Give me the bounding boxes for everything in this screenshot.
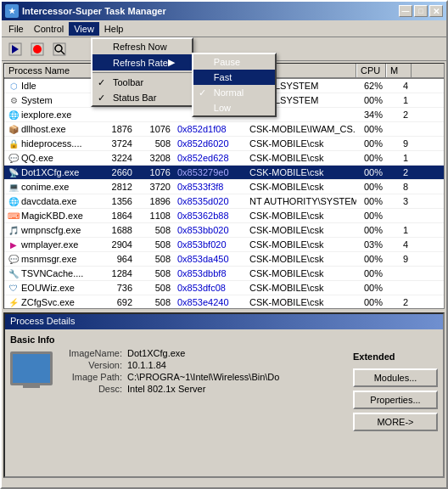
find-icon	[53, 42, 66, 56]
process-name: wmpnscfg.exe	[21, 225, 81, 235]
menu-help[interactable]: Help	[99, 22, 129, 36]
cell-mem: 508	[136, 253, 174, 265]
menu-file[interactable]: File	[3, 22, 29, 36]
basic-info-section: Basic Info ImageName:Dot1XCfg.exeVersion…	[10, 334, 344, 431]
cell-base: 0x8533f3f8	[174, 181, 246, 193]
info-value-1: 10.1.1.84	[127, 360, 166, 370]
info-row: Desc:Intel 802.1x Server	[59, 384, 279, 394]
process-icon-4: 🔒	[8, 138, 20, 149]
maximize-button[interactable]: □	[414, 5, 428, 17]
table-row[interactable]: 🛡 EOUWiz.exe 736 508 0x853dfc08 CSK-MOBI…	[4, 281, 444, 295]
cell-mem: 508	[136, 138, 174, 149]
cell-base: 0x853dfc08	[174, 282, 246, 294]
table-row[interactable]: ⌨ MagicKBD.exe 1864 1108 0x85362b88 CSK-…	[4, 209, 444, 223]
cell-pid: 736	[98, 282, 136, 294]
cell-cpu: 00%	[356, 253, 386, 265]
submenu-item-normal[interactable]: ✓ Normal	[193, 85, 275, 100]
menu-control[interactable]: Control	[29, 22, 69, 36]
cell-base: 0x85362b88	[174, 210, 246, 222]
process-name: iexplore.exe	[21, 110, 71, 120]
table-row[interactable]: 🌐 davcdata.exe 1356 1896 0x8535d020 NT A…	[4, 194, 444, 209]
main-area: Process Name PID MEM Base Addr USER CPU …	[2, 61, 446, 487]
cell-cpu: 00%	[356, 296, 386, 308]
menu-item-toolbar[interactable]: ✓ Toolbar	[92, 75, 192, 90]
menu-item-status-bar[interactable]: ✓ Status Bar	[92, 90, 192, 105]
cell-m	[386, 287, 412, 289]
menu-view[interactable]: View	[69, 22, 99, 36]
col-header-process[interactable]: Process Name	[4, 64, 98, 77]
process-name: Dot1XCfg.exe	[21, 167, 79, 177]
process-name: ZCfgSvc.exe	[21, 297, 75, 307]
minimize-button[interactable]: —	[399, 5, 412, 17]
cell-user: CSK-MOBILE\csk	[246, 267, 356, 279]
cell-m	[386, 273, 412, 274]
find-button[interactable]	[49, 40, 70, 59]
process-icon-0: ⬡	[8, 80, 20, 92]
info-label-1: Version:	[59, 360, 127, 370]
cell-cpu: 00%	[356, 123, 386, 135]
col-header-m[interactable]: M	[386, 64, 412, 77]
run-icon	[8, 42, 22, 56]
info-fields: ImageName:Dot1XCfg.exeVersion:10.1.1.84I…	[59, 348, 279, 396]
process-name: MagicKBD.exe	[21, 211, 83, 221]
stop-button[interactable]	[27, 40, 48, 59]
cell-mem: 1108	[136, 210, 174, 222]
cell-user: CSK-MOBILE\csk	[246, 253, 356, 265]
submenu-item-low[interactable]: Low	[193, 100, 275, 115]
process-icon-3: 📦	[8, 123, 20, 135]
cell-pid: 3224	[98, 152, 136, 164]
table-row[interactable]: 💬 QQ.exe 3224 3208 0x852ed628 CSK-MOBILE…	[4, 151, 444, 166]
cell-pid	[98, 114, 136, 115]
cell-base: 0x853279e0	[174, 166, 246, 178]
process-name: System	[21, 95, 53, 105]
properties-button[interactable]: Properties...	[353, 391, 438, 409]
normal-check: ✓	[199, 87, 206, 98]
run-button[interactable]	[5, 40, 25, 59]
cell-cpu: 03%	[356, 239, 386, 250]
cell-pid: 692	[98, 296, 136, 308]
process-name: hideprocess....	[21, 138, 82, 149]
table-row[interactable]: 💬 msnmsgr.exe 964 508 0x853da450 CSK-MOB…	[4, 252, 444, 267]
process-details-panel: Process Details Basic Info ImageName:Dot…	[3, 312, 445, 478]
cell-pid: 1356	[98, 195, 136, 207]
cell-process: 🎵 wmpnscfg.exe	[4, 223, 98, 237]
extended-title: Extended	[353, 351, 438, 362]
submenu-item-fast[interactable]: Fast	[193, 70, 275, 85]
table-row[interactable]: 💻 conime.exe 2812 3720 0x8533f3f8 CSK-MO…	[4, 180, 444, 194]
submenu-item-pause[interactable]: Pause	[193, 54, 275, 70]
process-monitor-icon	[10, 351, 53, 385]
extended-panel: Extended Modules... Properties... MORE->	[353, 334, 438, 431]
cell-m	[386, 128, 412, 130]
window-controls: — □ ✕	[399, 5, 443, 17]
cell-cpu: 00%	[356, 210, 386, 222]
cell-user: CSK-MOBILE\csk	[246, 239, 356, 250]
cell-base: 0x853bb020	[174, 224, 246, 236]
table-row[interactable]: ▶ wmplayer.exe 2904 508 0x853bf020 CSK-M…	[4, 238, 444, 252]
menu-item-refresh-rate[interactable]: Refresh Rate ▶ Pause Fast ✓ Normal	[92, 54, 192, 70]
table-row[interactable]: 🎵 wmpnscfg.exe 1688 508 0x853bb020 CSK-M…	[4, 223, 444, 238]
close-button[interactable]: ✕	[429, 5, 443, 17]
info-label-2: Image Path:	[59, 372, 127, 382]
col-header-cpu[interactable]: CPU	[356, 64, 386, 77]
table-row[interactable]: 🔧 TSVNCache.... 1284 508 0x853dbbf8 CSK-…	[4, 267, 444, 281]
cell-m: 1	[386, 152, 412, 164]
cell-pid: 2904	[98, 239, 136, 250]
table-row[interactable]: ⚡ ZCfgSvc.exe 692 508 0x853e4240 CSK-MOB…	[4, 295, 444, 308]
cell-process: 📡 Dot1XCfg.exe	[4, 166, 98, 179]
cell-m: 2	[386, 166, 412, 178]
table-row[interactable]: 📡 Dot1XCfg.exe 2660 1076 0x853279e0 CSK-…	[4, 166, 444, 180]
process-details-title: Process Details	[5, 314, 443, 329]
menu-item-refresh-now[interactable]: Refresh Now	[92, 39, 192, 54]
cell-cpu: 00%	[356, 166, 386, 178]
modules-button[interactable]: Modules...	[353, 368, 438, 387]
cell-process: 💻 conime.exe	[4, 180, 98, 194]
process-icon-2: 🌐	[8, 109, 20, 121]
cell-process: ⬡ Idle	[4, 79, 98, 93]
cell-cpu: 00%	[356, 138, 386, 149]
process-icon-12: 💬	[8, 253, 20, 265]
table-row[interactable]: 🔒 hideprocess.... 3724 508 0x852d6020 CS…	[4, 137, 444, 151]
cell-process: 🌐 davcdata.exe	[4, 194, 98, 208]
cell-user: CSK-MOBILE\csk	[246, 296, 356, 308]
more-button[interactable]: MORE->	[353, 413, 438, 431]
table-row[interactable]: 📦 dllhost.exe 1876 1076 0x852d1f08 CSK-M…	[4, 122, 444, 137]
